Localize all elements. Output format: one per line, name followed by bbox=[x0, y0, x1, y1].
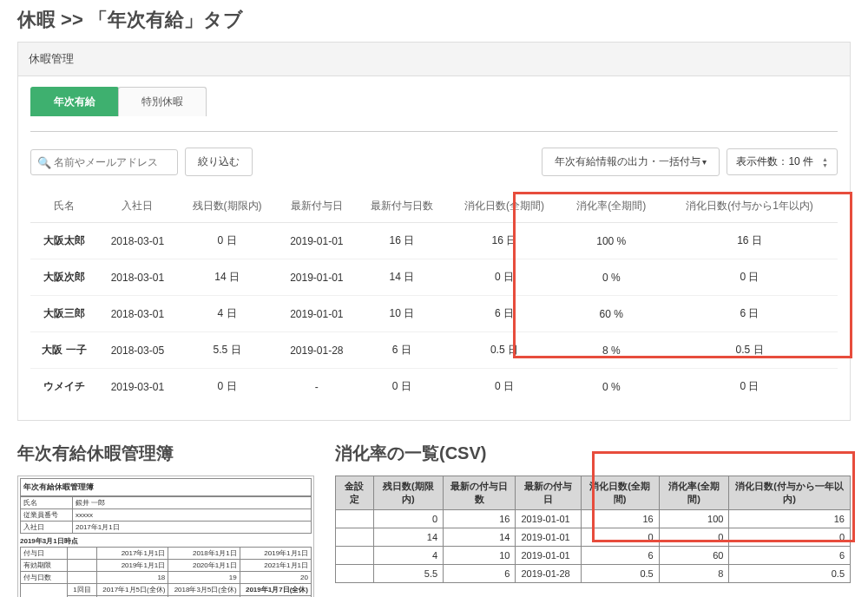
leave-panel: 休暇管理 年次有給 特別休暇 🔍 絞り込む 年次有給情報の出力・一括付与 bbox=[17, 42, 851, 421]
search-icon: 🔍 bbox=[37, 155, 51, 168]
table-header: 氏名入社日残日数(期限内)最新付与日最新付与日数消化日数(全期間)消化率(全期間… bbox=[30, 190, 838, 223]
table-row[interactable]: 大阪 一子2018-03-055.5 日2019-01-286 日0.5 日8 … bbox=[30, 332, 838, 369]
table-row[interactable]: 大阪三郎2018-03-014 日2019-01-0110 日6 日60 %6 … bbox=[30, 296, 838, 332]
leave-table: 氏名入社日残日数(期限内)最新付与日最新付与日数消化日数(全期間)消化率(全期間… bbox=[30, 190, 838, 404]
table-col: 残日数(期限内) bbox=[177, 190, 277, 223]
panel-header: 休暇管理 bbox=[18, 43, 850, 76]
stepper-icon: ▲▼ bbox=[822, 156, 828, 168]
ledger-doc-title: 年次有給休暇管理簿 bbox=[20, 478, 312, 496]
page-size-select[interactable]: 表示件数：10 件 ▲▼ bbox=[727, 148, 838, 175]
table-col: 消化率(全期間) bbox=[562, 190, 661, 223]
csv-row: 14142019-01-01000 bbox=[336, 528, 851, 547]
table-col: 消化日数(全期間) bbox=[447, 190, 561, 223]
csv-row: 0162019-01-011610016 bbox=[336, 510, 851, 528]
filter-button[interactable]: 絞り込む bbox=[185, 148, 253, 176]
tab-special-leave[interactable]: 特別休暇 bbox=[118, 87, 207, 116]
table-col: 最新付与日 bbox=[277, 190, 356, 223]
tab-annual-leave[interactable]: 年次有給 bbox=[30, 87, 119, 116]
ledger-document: 年次有給休暇管理簿 氏名銀井 一郎 従業員番号xxxxx 入社日2017年1月1… bbox=[17, 476, 314, 597]
csv-row: 4102019-01-016606 bbox=[336, 547, 851, 565]
page-size-label: 表示件数：10 件 bbox=[736, 154, 813, 169]
tabs: 年次有給 特別休暇 bbox=[30, 87, 838, 116]
csv-table: 金設定残日数(期限内)最新の付与日数最新の付与日消化日数(全期間)消化率(全期間… bbox=[335, 476, 851, 583]
table-col: 最新付与日数 bbox=[356, 190, 447, 223]
csv-row: 5.562019-01-280.580.5 bbox=[336, 565, 851, 583]
table-row[interactable]: 大阪太郎2018-03-010 日2019-01-0116 日16 日100 %… bbox=[30, 223, 838, 259]
page-title: 休暇 >> 「年次有給」タブ bbox=[17, 7, 851, 33]
table-col: 氏名 bbox=[30, 190, 98, 223]
table-row[interactable]: ウメイチ2019-03-010 日-0 日0 日0 %0 日 bbox=[30, 369, 838, 405]
table-col: 入社日 bbox=[98, 190, 177, 223]
search-input[interactable] bbox=[30, 149, 178, 175]
export-dropdown[interactable]: 年次有給情報の出力・一括付与 bbox=[542, 148, 720, 176]
csv-title: 消化率の一覧(CSV) bbox=[335, 442, 851, 465]
ledger-title: 年次有給休暇管理簿 bbox=[17, 442, 314, 465]
toolbar: 🔍 絞り込む 年次有給情報の出力・一括付与 表示件数：10 件 ▲▼ bbox=[30, 148, 838, 176]
table-row[interactable]: 大阪次郎2018-03-0114 日2019-01-0114 日0 日0 %0 … bbox=[30, 259, 838, 296]
table-col: 消化日数(付与から1年以内) bbox=[661, 190, 838, 223]
tab-underline bbox=[30, 131, 838, 132]
